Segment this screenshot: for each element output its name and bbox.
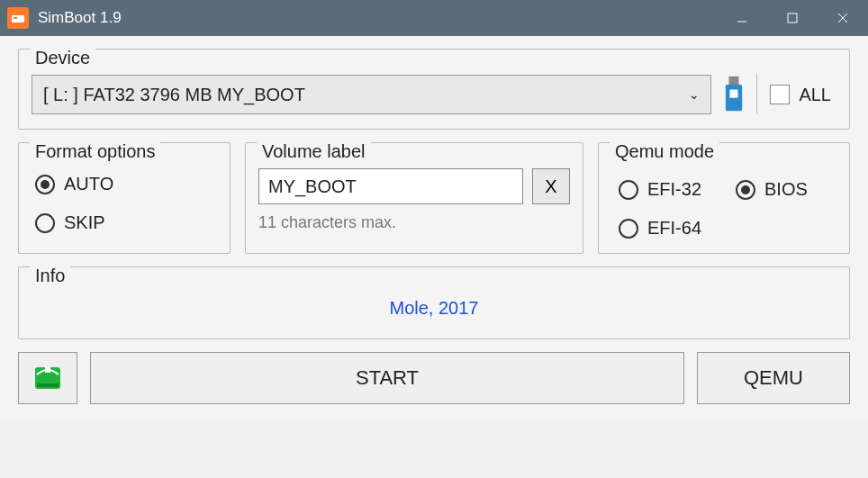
radio-icon [35, 175, 55, 194]
svg-rect-1 [14, 17, 17, 19]
window-controls [717, 0, 868, 36]
main-panel: Device [ L: ] FAT32 3796 MB MY_BOOT ⌄ AL… [0, 36, 868, 420]
minimize-button[interactable] [717, 0, 767, 36]
device-group-label: Device [30, 48, 95, 68]
device-group: Device [ L: ] FAT32 3796 MB MY_BOOT ⌄ AL… [18, 49, 850, 130]
clear-volume-button[interactable]: X [532, 168, 570, 204]
volume-group: Volume label MY_BOOT X 11 characters max… [245, 142, 583, 254]
device-selected-text: [ L: ] FAT32 3796 MB MY_BOOT [43, 85, 305, 105]
all-checkbox-wrap[interactable]: ALL [770, 85, 836, 105]
qemu-group-label: Qemu mode [610, 141, 719, 162]
svg-rect-3 [788, 14, 797, 23]
radio-icon [736, 180, 755, 200]
info-group-label: Info [30, 266, 70, 286]
radio-icon [35, 213, 55, 233]
radio-label: EFI-32 [647, 179, 701, 200]
window-title: SimBoot 1.9 [38, 9, 717, 27]
titlebar: SimBoot 1.9 [0, 0, 868, 36]
format-group: Format options AUTO SKIP [18, 142, 231, 254]
qemu-button[interactable]: QEMU [697, 352, 850, 404]
radio-icon [619, 219, 638, 239]
svg-rect-10 [45, 367, 50, 373]
svg-rect-8 [730, 90, 738, 98]
qemu-radio-efi32[interactable]: EFI-32 [619, 179, 701, 200]
qemu-radio-bios[interactable]: BIOS [736, 179, 808, 200]
all-label: ALL [799, 85, 831, 105]
divider [756, 75, 757, 114]
radio-label: BIOS [764, 179, 808, 200]
bottom-bar: START QEMU [18, 352, 850, 404]
radio-icon [619, 180, 638, 200]
info-text: Mole, 2017 [32, 298, 836, 319]
device-dropdown[interactable]: [ L: ] FAT32 3796 MB MY_BOOT ⌄ [32, 75, 711, 114]
radio-label: AUTO [64, 174, 113, 194]
start-button[interactable]: START [90, 352, 684, 404]
all-checkbox[interactable] [770, 85, 790, 104]
disk-icon-button[interactable] [18, 352, 77, 404]
usb-icon[interactable] [724, 77, 744, 112]
maximize-button[interactable] [767, 0, 818, 36]
close-button[interactable] [818, 0, 868, 36]
format-group-label: Format options [30, 141, 160, 162]
volume-label-input[interactable]: MY_BOOT [258, 168, 523, 204]
qemu-group: Qemu mode EFI-32 EFI-64 BIOS [598, 142, 850, 254]
radio-label: SKIP [64, 212, 105, 233]
qemu-radio-efi64[interactable]: EFI-64 [619, 218, 701, 239]
info-group: Info Mole, 2017 [18, 266, 850, 339]
chevron-down-icon: ⌄ [689, 87, 700, 102]
svg-rect-6 [729, 77, 739, 85]
app-icon [7, 7, 29, 29]
format-radio-skip[interactable]: SKIP [35, 212, 217, 233]
format-radio-auto[interactable]: AUTO [35, 174, 217, 194]
radio-label: EFI-64 [647, 218, 701, 239]
volume-hint: 11 characters max. [258, 213, 570, 232]
volume-group-label: Volume label [257, 141, 371, 162]
svg-rect-11 [37, 383, 59, 387]
